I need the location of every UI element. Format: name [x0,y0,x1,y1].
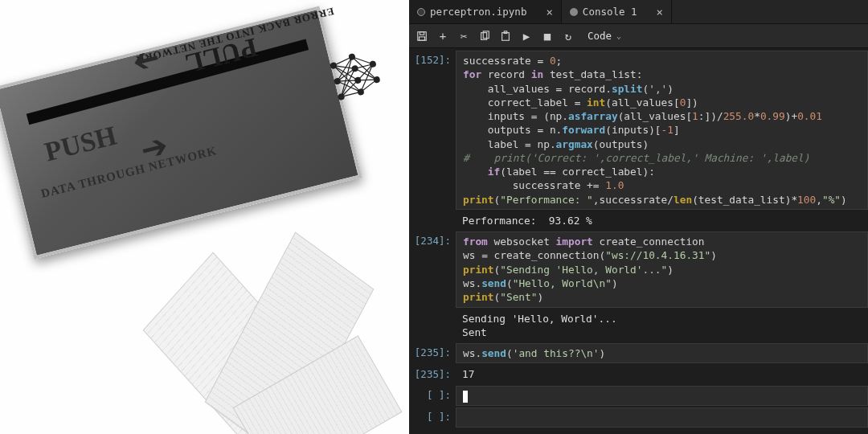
cell-prompt [409,309,456,342]
chevron-down-icon: ⌄ [616,31,621,40]
code-cell[interactable]: [ ]: [409,385,868,407]
cell-body[interactable]: successrate = 0; for record in test_data… [456,51,868,210]
ide-pane: perceptron.ipynb×Console 1× + ✂ ▶ ■ ↻ Co… [409,0,868,434]
cell-prompt [409,211,456,230]
svg-point-21 [334,77,342,85]
cell-prompt: [235]: [409,343,456,363]
stop-icon[interactable]: ■ [541,30,554,43]
notebook-area[interactable]: [152]:successrate = 0; for record in tes… [409,48,868,434]
cell-body: Performance: 93.62 % [456,211,868,230]
paste-icon[interactable] [499,30,512,43]
cell-body[interactable]: ws.send('and this??\n') [456,343,868,363]
cell-type-dropdown[interactable]: Code ⌄ [583,28,626,43]
toolbar: + ✂ ▶ ■ ↻ Code ⌄ [409,24,868,48]
run-icon[interactable]: ▶ [520,30,533,43]
cell-prompt: [152]: [409,51,456,210]
cell-body: Sending 'Hello, World'... Sent [456,309,868,342]
cell-body[interactable]: from websocket import create_connection … [456,231,868,307]
cell-type-label: Code [588,30,612,42]
tab-label: perceptron.ipynb [430,6,526,18]
code-cell[interactable]: [235]:ws.send('and this??\n') [409,342,868,364]
cell-prompt: [ ]: [409,386,456,406]
cell-body: 17 [456,365,868,383]
tab-notebook[interactable]: perceptron.ipynb× [409,0,562,23]
code-cell[interactable]: [152]:successrate = 0; for record in tes… [409,50,868,211]
svg-point-24 [351,64,359,72]
cell-body[interactable] [456,386,868,406]
cell-prompt: [ ]: [409,407,456,428]
close-icon[interactable]: × [546,6,552,18]
tab-bar: perceptron.ipynb×Console 1× [409,0,868,24]
close-icon[interactable]: × [657,6,663,18]
code-cell[interactable]: [ ]: [409,407,868,428]
cell-prompt: [235]: [409,365,456,383]
notebook-file-icon [417,8,425,16]
left-photo-pane: PUSH DATA THROUGH NETWORK PULL ERROR BAC… [0,0,409,434]
svg-rect-31 [420,36,425,39]
add-cell-icon[interactable]: + [436,30,449,43]
code-cell[interactable]: [234]:from websocket import create_conne… [409,231,868,308]
console-icon [570,8,578,16]
save-icon[interactable] [416,30,428,43]
tab-label: Console 1 [583,6,637,18]
output-cell: Sending 'Hello, World'... Sent [409,309,868,343]
cell-prompt: [234]: [409,231,456,307]
output-cell: Performance: 93.62 % [409,211,868,231]
restart-icon[interactable]: ↻ [562,30,575,43]
tab-console[interactable]: Console 1× [562,0,672,23]
output-cell: [235]:17 [409,364,868,384]
copy-icon[interactable] [478,30,491,43]
svg-rect-30 [420,31,424,35]
cut-icon[interactable]: ✂ [457,30,470,43]
cell-body[interactable] [456,407,868,428]
text-cursor [463,391,468,403]
